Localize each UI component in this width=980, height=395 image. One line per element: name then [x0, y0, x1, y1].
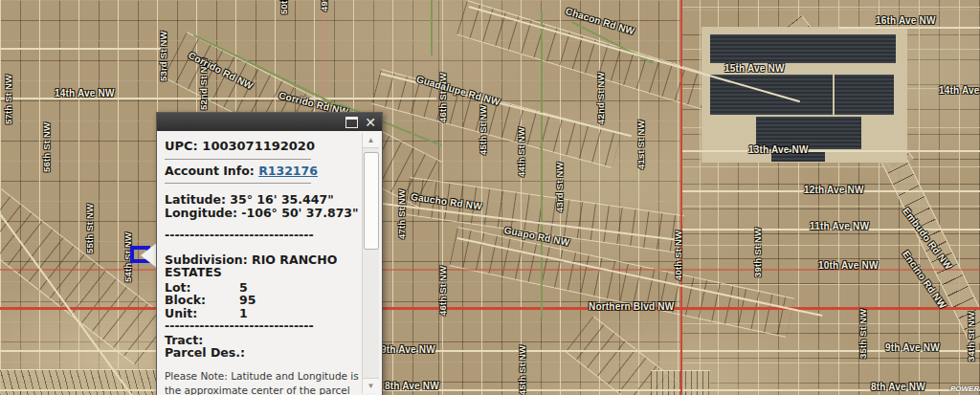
upc-label: UPC: — [165, 139, 198, 153]
road — [0, 48, 161, 50]
account-link[interactable]: R132176 — [258, 164, 318, 178]
street-label: 43rd St NW — [554, 162, 565, 212]
street-label: 35th St NW — [858, 309, 868, 359]
unit-value: 1 — [239, 307, 248, 320]
street-label: 34th St NW — [966, 312, 976, 362]
street-label: 12th Ave NW — [804, 185, 864, 195]
divider — [165, 159, 311, 160]
solar-panels — [710, 75, 833, 115]
street-label: 40th St NW — [673, 230, 683, 280]
road-gaucho — [383, 203, 678, 241]
solar-panels — [835, 75, 894, 115]
street-label: 9th Ave NW — [885, 342, 940, 353]
street-label: Guadalupe Rd NW — [415, 74, 501, 107]
road-11th-ave — [682, 229, 980, 230]
street-label: Corrido Rd NW — [187, 50, 255, 92]
longitude-row: Longitude: -106° 50' 37.873" — [165, 207, 363, 220]
street-label: 53rd St NW — [158, 31, 168, 81]
street-label: 52nd St NW — [198, 57, 209, 110]
road-northern-blvd — [0, 307, 980, 310]
solar-panels — [756, 117, 861, 149]
lot-value: 5 — [239, 281, 248, 295]
road-guapo — [457, 237, 823, 317]
dashed-separator: ------------------------------ — [165, 319, 363, 333]
street-label: 45th St NW — [517, 345, 527, 395]
parcel-band — [404, 177, 684, 253]
street-label: 46th St NW — [437, 266, 448, 316]
street-label: 45th St NW — [478, 105, 488, 155]
parcel-band — [0, 187, 169, 365]
road-red-vertical — [680, 0, 682, 395]
street-label: Embudo Rd NW — [901, 206, 954, 272]
street-label: 44th St NW — [516, 127, 526, 177]
road-green-diag — [571, 21, 654, 64]
longitude-value: -106° 50' 37.873" — [241, 206, 358, 220]
popup-body: UPC: 1003071192020 Account Info: R132176… — [157, 131, 382, 395]
maximize-icon[interactable] — [345, 117, 358, 128]
street-label: 9th Ave NW — [381, 344, 435, 355]
parcel-band — [371, 69, 621, 168]
street-label: Encino Rd NW — [901, 249, 948, 311]
street-label: 39th St NW — [752, 228, 763, 277]
solar-panels — [710, 34, 896, 63]
street-label: 49th St NW — [319, 0, 329, 11]
street-label: Chacon Rd NW — [565, 6, 636, 36]
block-row: Block: 95 — [165, 294, 363, 307]
street-label: Gaucho Rd NW — [410, 191, 482, 211]
road-corrido — [193, 34, 341, 107]
parcel-info-popup: ✕ UPC: 1003071192020 Account Info: R1321… — [156, 112, 383, 395]
street-label: 55th St NW — [84, 204, 95, 253]
parcel-band — [449, 227, 794, 338]
street-label: 56th St NW — [41, 122, 52, 172]
road-8th-ave — [0, 389, 980, 391]
street-label: 42nd St NW — [595, 72, 606, 124]
tract-row: Tract: — [165, 334, 363, 347]
street-label: 57th St NW — [3, 75, 13, 124]
street-label: 14th Ave NW — [939, 85, 980, 96]
block-label: Block: — [165, 294, 239, 307]
street-label: 46th St NW — [437, 73, 448, 122]
lot-label: Lot: — [165, 281, 239, 295]
popup-scrollbar[interactable]: ▲ ▼ — [362, 133, 379, 393]
account-row: Account Info: R132176 — [165, 165, 363, 178]
popup-content: UPC: 1003071192020 Account Info: R132176… — [165, 131, 363, 395]
solar-panels — [771, 150, 825, 162]
longitude-label: Longitude: — [165, 206, 237, 220]
parcel-band — [565, 316, 767, 395]
street-label: Guapo Rd NW — [503, 225, 570, 248]
subdivision-row: Subdivision: RIO RANCHO ESTATES — [165, 253, 363, 279]
upc-value: 1003071192020 — [202, 139, 315, 153]
parcel-map-viewer[interactable]: 14th Ave NW16th Ave NW15th Ave NW14th Av… — [0, 0, 980, 395]
unit-row: Unit: 1 — [165, 307, 363, 320]
road-9th-ave — [0, 350, 980, 352]
note-text: Please Note: Latitude and Longitude is t… — [165, 369, 363, 395]
map-grid-center — [421, 0, 680, 395]
street-label: 10th Ave NW — [818, 260, 879, 271]
road-guadalupe — [381, 73, 632, 137]
scroll-down-icon[interactable]: ▼ — [363, 378, 379, 393]
dashed-separator: ------------------------------ — [165, 229, 363, 242]
upc-row: UPC: 1003071192020 — [165, 140, 363, 153]
unit-label: Unit: — [165, 307, 239, 320]
street-label: 8th Ave NW — [385, 381, 439, 391]
road-green-vertical — [541, 11, 543, 318]
block-value: 95 — [239, 294, 256, 307]
road-10th-ave-red — [0, 269, 980, 271]
street-label: 11th Ave NW — [810, 221, 869, 231]
street-label: 41st St NW — [635, 120, 646, 169]
road-12th-ave — [682, 190, 980, 192]
hatched-parcels — [651, 370, 710, 395]
lot-row: Lot: 5 — [165, 281, 363, 295]
close-icon[interactable]: ✕ — [365, 116, 376, 129]
popup-titlebar[interactable]: ✕ — [157, 113, 382, 131]
diagonal-road-corridor — [881, 151, 980, 347]
road-sw-diagonal — [0, 212, 135, 395]
road-14th-ave — [0, 98, 436, 99]
latitude-row: Latitude: 35° 16' 35.447" — [165, 193, 363, 207]
scroll-up-icon[interactable]: ▲ — [363, 133, 379, 148]
street-label: 16th Ave NW — [876, 15, 936, 26]
divider — [165, 183, 311, 184]
scrollbar-thumb[interactable] — [364, 152, 379, 250]
road-green-vertical — [431, 0, 433, 55]
street-label: 50th St NW — [278, 0, 289, 14]
